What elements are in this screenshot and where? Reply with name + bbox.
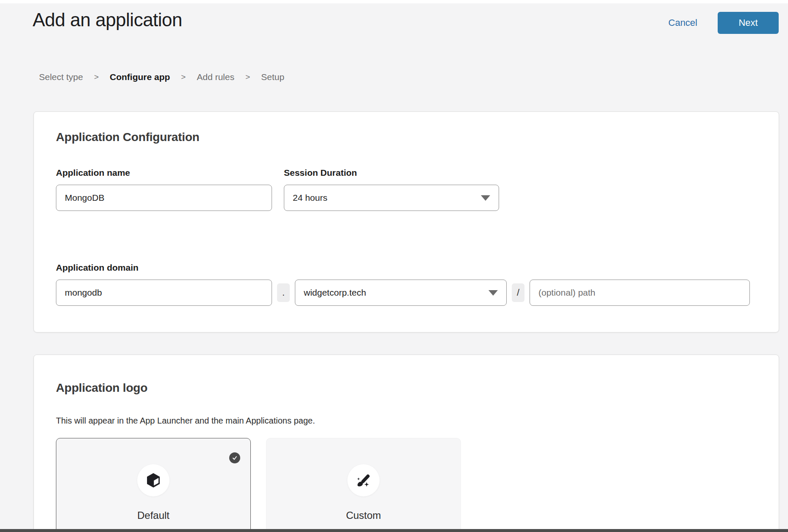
cube-icon (145, 472, 162, 489)
chevron-down-icon (488, 290, 498, 296)
application-domain-row: . widgetcorp.tech / (56, 280, 757, 306)
breadcrumb-step-configure-app[interactable]: Configure app (110, 72, 170, 82)
cancel-button[interactable]: Cancel (669, 17, 697, 28)
window-bottom-bar (0, 529, 788, 532)
domain-select[interactable]: widgetcorp.tech (295, 280, 507, 306)
application-name-input[interactable] (56, 185, 272, 211)
dot-separator: . (277, 283, 290, 302)
breadcrumb-separator: > (94, 72, 99, 82)
application-domain-label: Application domain (56, 263, 757, 273)
paintbrush-icon (355, 471, 372, 489)
application-name-field: Application name (56, 168, 272, 211)
logo-option-default[interactable]: Default (56, 438, 251, 532)
logo-option-label: Default (137, 510, 169, 521)
checkmark-icon (232, 455, 238, 461)
breadcrumb-step-add-rules[interactable]: Add rules (197, 72, 234, 82)
configuration-heading: Application Configuration (56, 130, 757, 144)
logo-options: Default Custom (56, 438, 757, 532)
logo-description: This will appear in the App Launcher and… (56, 416, 757, 426)
breadcrumb-separator: > (245, 72, 250, 82)
page-title: Add an application (33, 9, 182, 30)
next-button[interactable]: Next (718, 12, 779, 34)
custom-logo-circle (347, 464, 380, 496)
breadcrumb-step-setup[interactable]: Setup (261, 72, 284, 82)
page-header: Add an application Cancel Next (33, 9, 779, 34)
header-actions: Cancel Next (669, 12, 779, 34)
breadcrumb: Select type > Configure app > Add rules … (39, 72, 788, 82)
path-input[interactable] (530, 280, 750, 306)
name-session-row: Application name Session Duration 24 hou… (56, 168, 757, 211)
session-duration-value: 24 hours (293, 193, 327, 203)
logo-option-label: Custom (346, 510, 381, 521)
application-name-label: Application name (56, 168, 272, 178)
selected-check-badge (229, 452, 240, 463)
slash-separator: / (512, 283, 524, 302)
subdomain-input[interactable] (56, 280, 272, 306)
default-logo-circle (137, 464, 169, 496)
breadcrumb-separator: > (181, 72, 186, 82)
logo-option-custom[interactable]: Custom (266, 438, 461, 532)
chevron-down-icon (481, 195, 490, 201)
session-duration-field: Session Duration 24 hours (284, 168, 499, 211)
breadcrumb-step-select-type[interactable]: Select type (39, 72, 83, 82)
window-top-strip (0, 0, 788, 3)
session-duration-label: Session Duration (284, 168, 499, 178)
application-configuration-card: Application Configuration Application na… (33, 111, 779, 332)
session-duration-select[interactable]: 24 hours (284, 185, 499, 211)
domain-select-value: widgetcorp.tech (304, 288, 366, 298)
logo-heading: Application logo (56, 381, 757, 395)
application-logo-card: Application logo This will appear in the… (33, 355, 779, 532)
